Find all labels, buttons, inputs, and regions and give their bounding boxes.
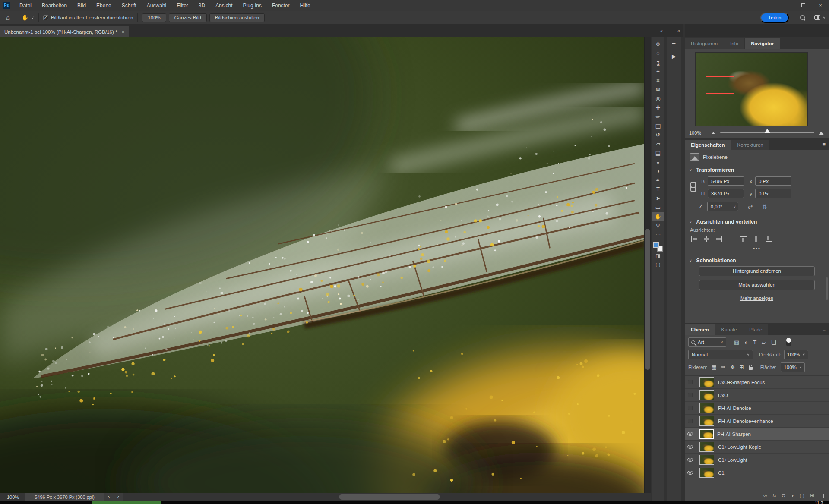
status-arrow-right-icon[interactable]: › [104,494,114,500]
layer-row[interactable]: PH-AI-Denoise+enhance [685,415,829,428]
brush-tool[interactable]: ✏ [652,112,664,121]
y-field[interactable]: 0 Px [755,189,791,198]
blend-mode-select[interactable]: Normal ∨ [688,350,753,359]
fill-screen-button[interactable]: Bildschirm ausfüllen [209,13,265,22]
zoom-100-button[interactable]: 100% [142,13,166,22]
quick-mask-icon[interactable]: ◨ [655,252,660,260]
3d[interactable]: 3D [194,0,210,11]
pfade[interactable]: Pfade [743,324,768,335]
x-field[interactable]: 0 Px [755,176,791,186]
restore-button[interactable] [794,0,812,11]
dodge-tool[interactable]: ◑ [652,167,664,176]
schrift[interactable]: Schrift [117,0,141,11]
visibility-toggle[interactable] [685,389,696,401]
navigator-thumbnail[interactable] [695,52,808,126]
show-more-link[interactable]: Mehr anzeigen [685,294,829,306]
layer-thumbnail[interactable] [699,416,714,426]
home-icon[interactable]: ⌂ [3,14,13,21]
document-tab[interactable]: Unbenannt-1 bei 100% (PH-AI-Sharpen, RGB… [0,26,129,37]
align-vertical-center-icon[interactable] [753,236,759,242]
gradient-tool[interactable]: ▤ [652,148,664,158]
fit-screen-button[interactable]: Ganzes Bild [169,13,207,22]
select-subject-button[interactable]: Motiv auswählen [699,280,815,290]
blur-tool[interactable]: ◒ [652,158,664,167]
hand-tool[interactable]: ✋ [652,212,664,221]
path-selection-tool[interactable]: ➤ [652,194,664,203]
pixel-filter-icon[interactable]: ▧ [734,339,739,346]
eigenschaften[interactable]: Eigenschaften [685,140,731,150]
navigator-zoom-slider[interactable] [720,132,814,133]
lock-transparency-icon[interactable]: ▦ [712,364,716,370]
height-field[interactable]: 3670 Px [708,189,744,198]
ebenen[interactable]: Ebenen [685,324,715,335]
shape-filter-icon[interactable]: ▱ [762,339,766,346]
adjustment-filter-icon[interactable]: ◐ [744,339,748,346]
brushes-panel-icon[interactable]: ✒ [672,41,677,47]
bearbeiten[interactable]: Bearbeiten [37,0,72,11]
canvas-horizontal-scrollbar[interactable] [123,493,651,501]
histogramm[interactable]: Histogramm [685,38,724,49]
lock-pixels-icon[interactable]: ✏ [721,364,725,370]
minimize-button[interactable]: — [777,0,794,11]
layer-row[interactable]: DxO+Sharpen-Focus [685,376,829,389]
marquee-tool[interactable]: ◌ [652,49,664,58]
kan-le[interactable]: Kanäle [715,324,743,335]
visibility-toggle[interactable] [685,376,696,388]
properties-scrollbar[interactable] [825,153,829,303]
link-dimensions-icon[interactable] [690,182,695,191]
align-bottom-icon[interactable] [766,236,772,242]
align-top-icon[interactable] [740,236,747,242]
datei[interactable]: Datei [15,0,36,11]
close-button[interactable]: × [812,0,829,11]
type-filter-icon[interactable]: T [753,339,756,346]
plug-ins[interactable]: Plug-ins [238,0,266,11]
lock-artboard-icon[interactable]: ⊞ [740,364,744,370]
navigator-proxy-rectangle[interactable] [706,76,734,94]
move-tool[interactable]: ✥ [652,40,664,49]
frame-tool[interactable]: ⊠ [652,85,664,94]
lock-all-icon[interactable] [749,367,753,370]
crop-tool[interactable]: ⌗ [652,76,664,85]
layer-thumbnail[interactable] [699,377,714,387]
layer-thumbnail[interactable] [699,442,714,452]
screen-mode-icon[interactable]: ▢ [655,260,660,269]
panel-menu-icon[interactable]: ≡ [822,326,826,332]
visibility-toggle[interactable] [685,466,696,479]
layer-row[interactable]: C1 [685,466,829,479]
link-layers-icon[interactable]: ∞ [763,492,767,498]
width-field[interactable]: 5496 Px [708,176,744,186]
new-layer-icon[interactable]: ⊞ [810,492,814,498]
navigator-zoom-value[interactable]: 100% [689,130,706,135]
canvas-vertical-scrollbar[interactable] [644,37,651,493]
opacity-select[interactable]: 100% ∨ [784,350,808,359]
visibility-toggle[interactable] [685,454,696,466]
type-tool[interactable]: T [652,185,664,194]
color-swatches[interactable] [653,242,663,252]
foreground-color-swatch[interactable] [653,242,659,248]
fill-select[interactable]: 100% ∨ [781,362,805,372]
chevron-down-icon[interactable]: ∨ [823,16,826,19]
history-brush-tool[interactable]: ↺ [652,130,664,139]
bild[interactable]: Bild [73,0,91,11]
ansicht[interactable]: Ansicht [211,0,237,11]
align-right-icon[interactable] [716,236,722,242]
new-group-icon[interactable]: ▢ [800,492,804,498]
flip-vertical-icon[interactable]: ⇅ [762,203,767,210]
rotation-field[interactable]: 0,00° ∨ [707,202,738,211]
chevron-down-icon[interactable]: ∨ [689,168,692,172]
layer-thumbnail[interactable] [699,403,714,413]
status-zoom-field[interactable]: 100% [0,493,25,501]
search-icon[interactable] [800,15,805,20]
auswahl[interactable]: Auswahl [142,0,171,11]
edit-toolbar-icon[interactable]: ⋯ [655,230,661,239]
scrollbar-thumb[interactable] [645,229,650,370]
status-arrow-left-icon[interactable]: ‹ [114,494,123,500]
layer-row[interactable]: DxO [685,389,829,402]
remove-background-button[interactable]: Hintergrund entfernen [699,266,815,276]
fenster[interactable]: Fenster [267,0,294,11]
clone-stamp-tool[interactable]: ◫ [652,121,664,130]
adjustment-layer-icon[interactable]: ◑ [791,492,794,498]
share-button[interactable]: Teilen [760,13,789,23]
zoom-in-icon[interactable] [819,132,824,135]
slider-thumb[interactable] [764,129,770,133]
